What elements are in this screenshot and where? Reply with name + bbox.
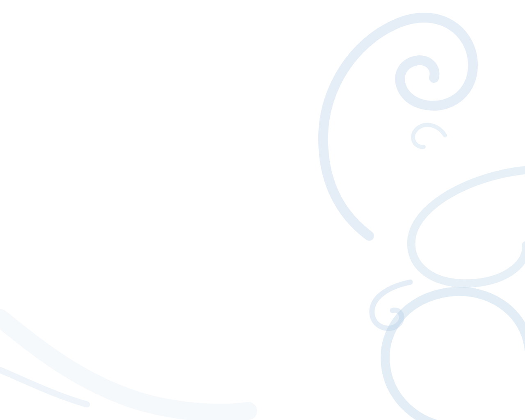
wallpaper-swirls (0, 0, 525, 420)
kde-desktop: { "desktop_widget": { "title": "Desktop"… (0, 0, 525, 420)
